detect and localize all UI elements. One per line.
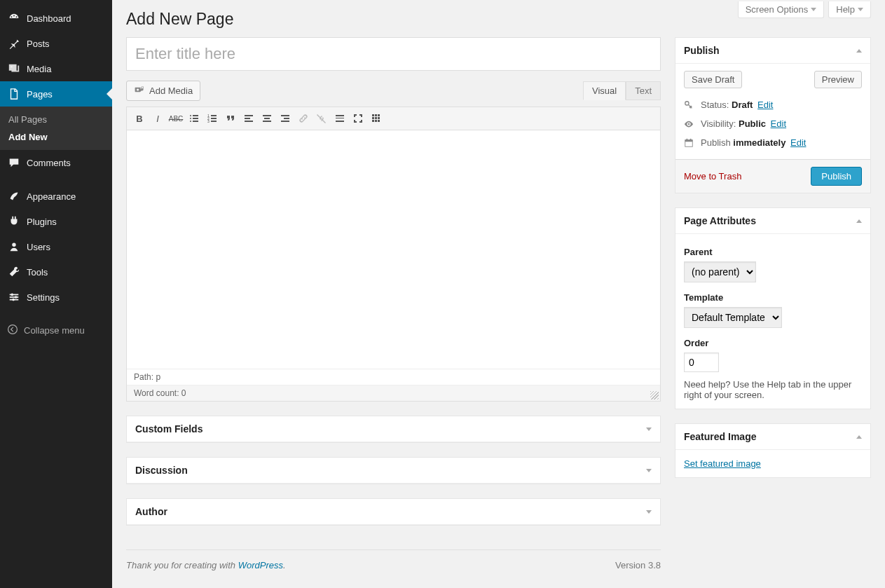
visibility-edit-link[interactable]: Edit bbox=[771, 118, 786, 129]
svg-rect-52 bbox=[687, 138, 688, 140]
camera-music-icon bbox=[134, 84, 145, 97]
word-count-value: 0 bbox=[181, 388, 186, 398]
strike-button[interactable]: ABC bbox=[167, 110, 184, 127]
ul-button[interactable] bbox=[186, 110, 203, 127]
plugin-icon bbox=[7, 214, 21, 228]
save-draft-button[interactable]: Save Draft bbox=[684, 71, 742, 88]
more-button[interactable] bbox=[331, 110, 348, 127]
preview-button[interactable]: Preview bbox=[814, 71, 862, 88]
svg-rect-45 bbox=[372, 120, 374, 122]
title-input[interactable] bbox=[126, 37, 661, 71]
footer-version: Version 3.8 bbox=[615, 560, 661, 570]
svg-rect-22 bbox=[211, 121, 217, 122]
svg-rect-38 bbox=[336, 121, 344, 122]
editor-textarea[interactable] bbox=[127, 130, 660, 369]
svg-rect-35 bbox=[338, 118, 339, 118]
svg-point-11 bbox=[190, 115, 191, 116]
parent-select[interactable]: (no parent) bbox=[684, 261, 756, 282]
bold-button[interactable]: B bbox=[131, 110, 148, 127]
page-attributes-title: Page Attributes bbox=[684, 215, 756, 226]
metabox-custom-fields: Custom Fields bbox=[126, 416, 661, 443]
sidebar-item-plugins[interactable]: Plugins bbox=[0, 209, 112, 234]
publish-button[interactable]: Publish bbox=[811, 167, 862, 186]
link-button[interactable] bbox=[295, 110, 312, 127]
metabox-head-custom-fields[interactable]: Custom Fields bbox=[127, 416, 660, 442]
footer-thank: Thank you for creating with bbox=[126, 560, 238, 570]
help-tab[interactable]: Help bbox=[828, 1, 871, 18]
chevron-down-icon bbox=[646, 510, 652, 514]
add-media-button[interactable]: Add Media bbox=[126, 81, 200, 101]
sidebar-item-settings[interactable]: Settings bbox=[0, 285, 112, 310]
editor-tab-text[interactable]: Text bbox=[626, 81, 661, 100]
screen-options-tab[interactable]: Screen Options bbox=[738, 1, 825, 18]
order-input[interactable] bbox=[684, 353, 719, 372]
collapse-icon bbox=[7, 324, 18, 337]
fullscreen-button[interactable] bbox=[350, 110, 366, 127]
svg-rect-43 bbox=[375, 117, 377, 119]
sidebar-item-posts[interactable]: Posts bbox=[0, 31, 112, 56]
eye-icon bbox=[684, 119, 695, 129]
path-label: Path: bbox=[134, 372, 153, 382]
status-edit-link[interactable]: Edit bbox=[757, 100, 773, 110]
svg-rect-30 bbox=[284, 118, 289, 119]
resize-handle[interactable] bbox=[650, 391, 659, 399]
template-select[interactable]: Default Template bbox=[684, 307, 782, 328]
svg-rect-29 bbox=[281, 115, 289, 116]
ol-button[interactable]: 123 bbox=[204, 110, 221, 127]
page-attributes-head[interactable]: Page Attributes bbox=[675, 208, 870, 234]
move-to-trash-link[interactable]: Move to Trash bbox=[684, 171, 741, 182]
featured-image-box: Featured Image Set featured image bbox=[675, 423, 871, 478]
set-featured-image-link[interactable]: Set featured image bbox=[684, 458, 761, 469]
sidebar-item-users[interactable]: Users bbox=[0, 234, 112, 259]
admin-sidebar: Dashboard Posts Media Pages All Pages Ad… bbox=[0, 0, 112, 588]
screen-options-label: Screen Options bbox=[746, 4, 809, 15]
blockquote-button[interactable] bbox=[222, 110, 239, 127]
sidebar-item-dashboard[interactable]: Dashboard bbox=[0, 6, 112, 31]
svg-point-6 bbox=[15, 296, 18, 299]
visibility-label: Visibility: bbox=[701, 118, 736, 129]
tools-icon bbox=[7, 265, 21, 279]
sidebar-collapse[interactable]: Collapse menu bbox=[0, 317, 112, 344]
unlink-button[interactable] bbox=[313, 110, 330, 127]
dashboard-icon bbox=[7, 11, 21, 25]
chevron-down-icon bbox=[646, 428, 652, 431]
word-count-label: Word count: bbox=[134, 388, 179, 398]
path-value: p bbox=[156, 372, 160, 382]
sidebar-sub-add-new[interactable]: Add New bbox=[0, 128, 112, 146]
chevron-down-icon bbox=[646, 469, 652, 472]
editor-toolbar: B I ABC 123 bbox=[127, 107, 660, 130]
footer-wp-link[interactable]: WordPress bbox=[238, 560, 283, 570]
svg-rect-37 bbox=[342, 118, 344, 118]
svg-rect-12 bbox=[193, 115, 198, 116]
editor-tab-visual[interactable]: Visual bbox=[583, 81, 626, 100]
sidebar-item-comments[interactable]: Comments bbox=[0, 150, 112, 175]
publish-date-value: immediately bbox=[733, 137, 785, 148]
kitchen-sink-button[interactable] bbox=[368, 110, 385, 127]
featured-image-head[interactable]: Featured Image bbox=[675, 424, 870, 450]
svg-point-10 bbox=[137, 88, 139, 90]
svg-rect-51 bbox=[685, 139, 693, 142]
sidebar-item-pages[interactable]: Pages bbox=[0, 81, 112, 107]
key-icon bbox=[684, 100, 695, 110]
sidebar-item-appearance[interactable]: Appearance bbox=[0, 184, 112, 209]
publish-date-edit-link[interactable]: Edit bbox=[790, 137, 806, 148]
sidebar-item-tools[interactable]: Tools bbox=[0, 259, 112, 285]
metabox-head-author[interactable]: Author bbox=[127, 499, 660, 525]
align-left-button[interactable] bbox=[240, 110, 257, 127]
sidebar-label: Plugins bbox=[27, 217, 57, 227]
svg-rect-42 bbox=[372, 117, 374, 119]
align-center-button[interactable] bbox=[259, 110, 275, 127]
metabox-head-discussion[interactable]: Discussion bbox=[127, 458, 660, 484]
sidebar-sub-all-pages[interactable]: All Pages bbox=[0, 111, 112, 128]
svg-rect-31 bbox=[281, 121, 289, 122]
italic-button[interactable]: I bbox=[149, 110, 166, 127]
sidebar-item-media[interactable]: Media bbox=[0, 56, 112, 81]
align-right-button[interactable] bbox=[277, 110, 294, 127]
sidebar-label: Comments bbox=[27, 158, 71, 168]
svg-rect-26 bbox=[263, 115, 271, 116]
svg-rect-27 bbox=[264, 118, 270, 119]
sidebar-label: Users bbox=[27, 242, 50, 252]
sidebar-label: Appearance bbox=[27, 191, 76, 202]
publish-box-head[interactable]: Publish bbox=[675, 38, 870, 64]
attributes-help-text: Need help? Use the Help tab in the upper… bbox=[684, 379, 862, 400]
